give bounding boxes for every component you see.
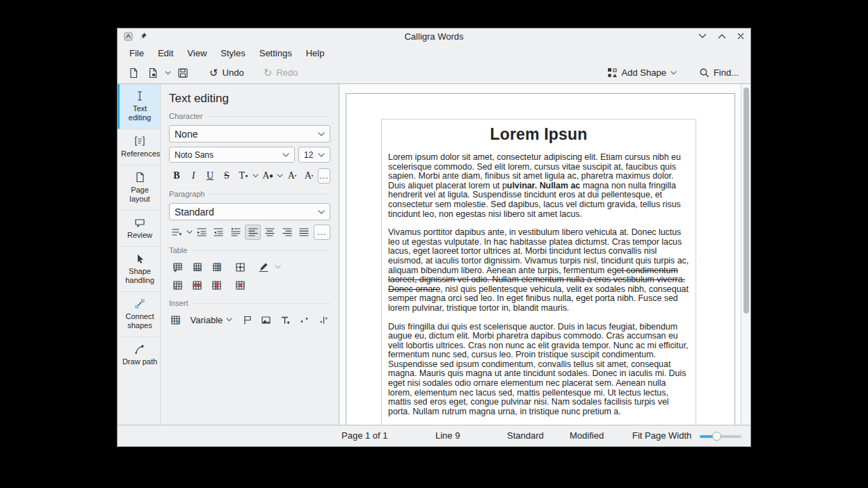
insert-column-button[interactable] xyxy=(208,259,225,275)
paragraph[interactable]: Lorem ipsum dolor sit amet, consectetur … xyxy=(388,153,689,219)
bold-button[interactable]: B xyxy=(169,168,184,184)
first-line-indent-button[interactable] xyxy=(228,225,244,240)
page-indicator: Page 1 of 1 xyxy=(341,430,388,441)
minimize-icon[interactable] xyxy=(698,33,707,39)
text-frame[interactable]: Lorem Ipsun Lorem ipsum dolor sit amet, … xyxy=(381,119,696,425)
vertical-scrollbar[interactable] xyxy=(741,84,750,425)
highlight-chevron-icon[interactable] xyxy=(277,174,283,178)
review-bubble-icon xyxy=(134,216,146,229)
menu-styles[interactable]: Styles xyxy=(214,46,252,60)
variable-dropdown[interactable]: Variable xyxy=(188,314,235,327)
character-more-button[interactable]: ... xyxy=(318,168,330,184)
font-size-select[interactable]: 12 xyxy=(298,147,330,163)
menu-help[interactable]: Help xyxy=(299,46,332,60)
insert-table-variable-button[interactable] xyxy=(169,312,183,327)
add-shape-chevron-icon xyxy=(670,71,677,75)
sidebar-item-draw-path[interactable]: Draw path xyxy=(118,337,160,373)
align-left-button[interactable] xyxy=(245,225,261,240)
app-icon[interactable] xyxy=(124,32,133,41)
text-color-button[interactable]: T● xyxy=(236,168,251,184)
superscript-button[interactable]: A▪ xyxy=(284,168,300,184)
border-pen-button[interactable] xyxy=(255,259,272,275)
sidebar-item-text-editing[interactable]: Text editing xyxy=(118,84,160,129)
align-justify-button[interactable] xyxy=(296,225,312,240)
add-shape-button[interactable]: Add Shape xyxy=(602,65,682,81)
close-icon[interactable] xyxy=(737,33,744,40)
titlebar[interactable]: Calligra Words xyxy=(118,29,750,44)
list-style-chevron-icon[interactable] xyxy=(186,230,193,234)
scrollbar-thumb[interactable] xyxy=(744,88,749,314)
character-style-value: None xyxy=(175,129,198,140)
chevron-down-icon xyxy=(282,153,289,157)
search-icon xyxy=(699,67,709,78)
section-paragraph: Paragraph xyxy=(169,190,330,198)
align-right-button[interactable] xyxy=(279,225,295,240)
split-cells-button[interactable] xyxy=(169,277,186,293)
bookmark-icon[interactable] xyxy=(240,312,254,327)
chevron-down-icon xyxy=(226,318,232,322)
maximize-icon[interactable] xyxy=(718,33,726,39)
text-cursor-icon xyxy=(134,90,146,102)
menu-view[interactable]: View xyxy=(180,46,214,60)
redo-icon: ↻ xyxy=(264,68,273,78)
open-recent-chevron-icon[interactable] xyxy=(165,71,171,75)
align-center-button[interactable] xyxy=(262,225,278,240)
sidebar-item-label: Connect shapes xyxy=(121,312,159,330)
style-indicator[interactable]: Standard xyxy=(507,430,544,441)
font-family-value: Noto Sans xyxy=(175,150,214,160)
page-layout-icon xyxy=(134,171,146,184)
document-page[interactable]: Lorem Ipsun Lorem ipsum dolor sit amet, … xyxy=(346,93,735,425)
text-color-chevron-icon[interactable] xyxy=(252,174,259,178)
insert-break-button[interactable] xyxy=(316,312,330,327)
menu-edit[interactable]: Edit xyxy=(151,46,180,60)
border-pen-chevron-icon[interactable] xyxy=(275,265,281,269)
character-style-select[interactable]: None xyxy=(169,125,330,143)
document-canvas[interactable]: Lorem Ipsun Lorem ipsum dolor sit amet, … xyxy=(339,84,741,425)
font-family-select[interactable]: Noto Sans xyxy=(169,147,295,163)
paragraph[interactable]: Duis fringilla dui quis est scelerisque … xyxy=(388,323,689,417)
new-document-button[interactable] xyxy=(124,65,143,81)
open-document-button[interactable] xyxy=(144,65,162,81)
sidebar-item-review[interactable]: Review xyxy=(118,211,160,247)
paragraph[interactable]: Vivamus porttitor dapibus ante, in vesti… xyxy=(388,228,689,313)
menu-settings[interactable]: Settings xyxy=(252,46,299,60)
add-shape-label: Add Shape xyxy=(622,67,666,78)
tool-options-panel: Text editing Character None Noto Sans 12 xyxy=(161,84,339,425)
delete-row-button[interactable] xyxy=(188,277,205,293)
zoom-mode-button[interactable]: Fit Page Width xyxy=(632,430,691,441)
delete-column-button[interactable] xyxy=(208,277,225,293)
underline-button[interactable]: U xyxy=(202,168,218,184)
sidebar-item-shape-handling[interactable]: Shape handling xyxy=(118,247,160,292)
italic-button[interactable]: I xyxy=(186,168,201,184)
paragraph-more-button[interactable]: ... xyxy=(314,225,330,240)
subscript-button[interactable]: A▪ xyxy=(301,168,316,184)
calligra-words-window: Calligra Words File Edit View Styles Set… xyxy=(117,28,751,447)
document-heading[interactable]: Lorem Ipsun xyxy=(388,125,689,144)
zoom-slider-handle[interactable] xyxy=(712,432,721,441)
pin-icon[interactable] xyxy=(139,32,147,40)
menu-file[interactable]: File xyxy=(122,46,151,60)
zoom-slider[interactable] xyxy=(700,432,741,441)
modified-indicator: Modified xyxy=(570,430,604,441)
merge-cells-button[interactable] xyxy=(232,259,248,275)
sidebar-item-references[interactable]: References xyxy=(118,129,160,165)
paragraph-style-select[interactable]: Standard xyxy=(169,203,330,220)
find-button[interactable]: Find... xyxy=(694,65,744,81)
save-button[interactable] xyxy=(174,65,192,81)
sidebar-item-page-layout[interactable]: Page layout xyxy=(118,165,160,211)
insert-horizontal-spacing-button[interactable] xyxy=(298,312,312,327)
delete-table-button[interactable] xyxy=(232,277,248,293)
insert-text-frame-button[interactable] xyxy=(278,312,292,327)
undo-button[interactable]: ↺ Undo xyxy=(204,65,249,81)
highlight-color-button[interactable]: A◆ xyxy=(260,168,275,184)
indent-more-button[interactable] xyxy=(194,225,210,240)
insert-table-button[interactable] xyxy=(169,259,186,275)
list-style-button[interactable] xyxy=(169,225,185,240)
references-icon xyxy=(134,135,146,147)
insert-row-button[interactable] xyxy=(188,259,205,275)
insert-image-button[interactable] xyxy=(259,312,273,327)
redo-button[interactable]: ↻ Redo xyxy=(259,65,303,81)
sidebar-item-connect-shapes[interactable]: Connect shapes xyxy=(118,292,160,337)
indent-less-button[interactable] xyxy=(211,225,227,240)
strikethrough-button[interactable]: S xyxy=(219,168,234,184)
